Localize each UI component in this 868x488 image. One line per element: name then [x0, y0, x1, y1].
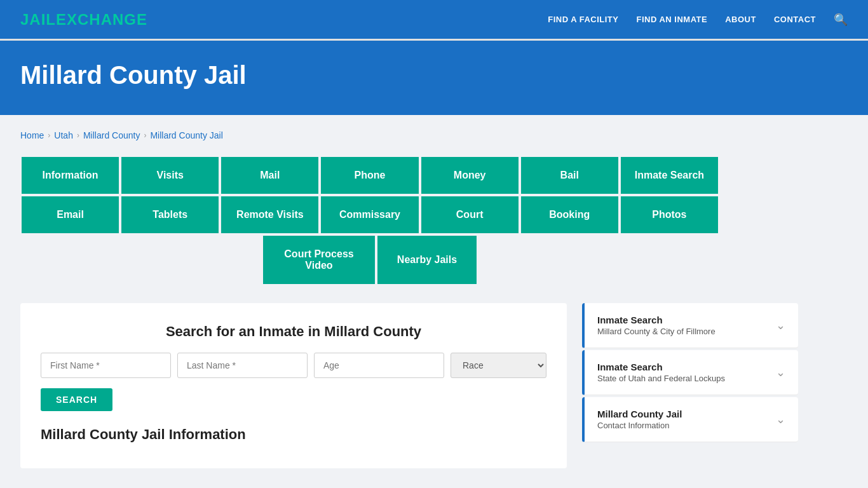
- chevron-down-icon-1: ⌄: [776, 318, 785, 332]
- breadcrumb-millard-jail[interactable]: Millard County Jail: [150, 130, 222, 140]
- first-name-input[interactable]: [41, 353, 171, 378]
- btn-commissary[interactable]: Commissary: [320, 195, 419, 234]
- btn-visits[interactable]: Visits: [120, 156, 220, 195]
- btn-court[interactable]: Court: [420, 195, 520, 234]
- info-section-title: Millard County Jail Information: [41, 426, 546, 443]
- race-select[interactable]: Race White Black Hispanic Asian Other: [451, 353, 546, 378]
- breadcrumb-sep-2: ›: [77, 131, 79, 140]
- age-input[interactable]: [314, 353, 444, 378]
- breadcrumb: Home › Utah › Millard County › Millard C…: [20, 130, 848, 140]
- button-row-3: Court Process Video Nearby Jails: [20, 234, 719, 285]
- btn-phone[interactable]: Phone: [320, 156, 419, 195]
- main-layout: Search for an Inmate in Millard County R…: [20, 303, 848, 468]
- last-name-input[interactable]: [177, 353, 308, 378]
- breadcrumb-home[interactable]: Home: [20, 130, 44, 140]
- breadcrumb-sep-1: ›: [48, 131, 50, 140]
- hero-section: Millard County Jail: [0, 41, 868, 115]
- chevron-down-icon-3: ⌄: [776, 412, 785, 426]
- btn-booking[interactable]: Booking: [520, 195, 620, 234]
- btn-inmate-search[interactable]: Inmate Search: [620, 156, 719, 195]
- nav-about[interactable]: ABOUT: [725, 15, 756, 24]
- search-title: Search for an Inmate in Millard County: [41, 323, 546, 340]
- sidebar-card-title-1: Inmate Search: [597, 315, 715, 325]
- search-button[interactable]: SEARCH: [41, 388, 112, 411]
- btn-money[interactable]: Money: [420, 156, 520, 195]
- search-panel: Search for an Inmate in Millard County R…: [20, 303, 567, 468]
- breadcrumb-utah[interactable]: Utah: [54, 130, 73, 140]
- btn-remote-visits[interactable]: Remote Visits: [220, 195, 320, 234]
- sidebar-card-millard-county[interactable]: Inmate Search Millard County & City of F…: [582, 303, 798, 348]
- sidebar-card-title-3: Millard County Jail: [597, 409, 682, 419]
- btn-email[interactable]: Email: [20, 195, 120, 234]
- sidebar-card-title-2: Inmate Search: [597, 362, 725, 372]
- sidebar-card-state-utah[interactable]: Inmate Search State of Utah and Federal …: [582, 350, 798, 395]
- chevron-down-icon-2: ⌄: [776, 365, 785, 379]
- sidebar-card-subtitle-2: State of Utah and Federal Lockups: [597, 374, 725, 383]
- content-area: Home › Utah › Millard County › Millard C…: [0, 115, 868, 484]
- button-row-1: Information Visits Mail Phone Money Bail…: [20, 156, 719, 195]
- btn-tablets[interactable]: Tablets: [120, 195, 220, 234]
- sidebar-card-text-2: Inmate Search State of Utah and Federal …: [597, 362, 725, 383]
- nav: FIND A FACILITY FIND AN INMATE ABOUT CON…: [548, 13, 848, 27]
- breadcrumb-millard-county[interactable]: Millard County: [83, 130, 140, 140]
- btn-mail[interactable]: Mail: [220, 156, 320, 195]
- logo[interactable]: JAILEXCHANGE: [20, 11, 147, 29]
- sidebar-card-subtitle-1: Millard County & City of Fillmore: [597, 327, 715, 336]
- search-panel-bottom: Millard County Jail Information: [41, 426, 546, 443]
- button-row-2: Email Tablets Remote Visits Commissary C…: [20, 195, 719, 234]
- nav-find-facility[interactable]: FIND A FACILITY: [548, 15, 618, 24]
- logo-exchange: EXCHANGE: [56, 11, 147, 28]
- btn-bail[interactable]: Bail: [520, 156, 620, 195]
- sidebar-panel: Inmate Search Millard County & City of F…: [582, 303, 798, 444]
- btn-court-process-video[interactable]: Court Process Video: [262, 234, 376, 285]
- search-icon-button[interactable]: 🔍: [834, 13, 848, 27]
- btn-information[interactable]: Information: [20, 156, 120, 195]
- header: JAILEXCHANGE FIND A FACILITY FIND AN INM…: [0, 0, 868, 41]
- search-inputs: Race White Black Hispanic Asian Other: [41, 353, 546, 378]
- navigation-button-grid: Information Visits Mail Phone Money Bail…: [20, 156, 719, 285]
- logo-part1: JAIL: [20, 11, 56, 28]
- page-title: Millard County Jail: [20, 61, 848, 90]
- sidebar-card-text-3: Millard County Jail Contact Information: [597, 409, 682, 430]
- sidebar-card-contact-info[interactable]: Millard County Jail Contact Information …: [582, 397, 798, 442]
- breadcrumb-sep-3: ›: [144, 131, 146, 140]
- sidebar-card-subtitle-3: Contact Information: [597, 421, 682, 430]
- sidebar-card-text-1: Inmate Search Millard County & City of F…: [597, 315, 715, 336]
- btn-photos[interactable]: Photos: [620, 195, 719, 234]
- btn-nearby-jails[interactable]: Nearby Jails: [376, 234, 478, 285]
- nav-contact[interactable]: CONTACT: [774, 15, 816, 24]
- nav-find-inmate[interactable]: FIND AN INMATE: [636, 15, 707, 24]
